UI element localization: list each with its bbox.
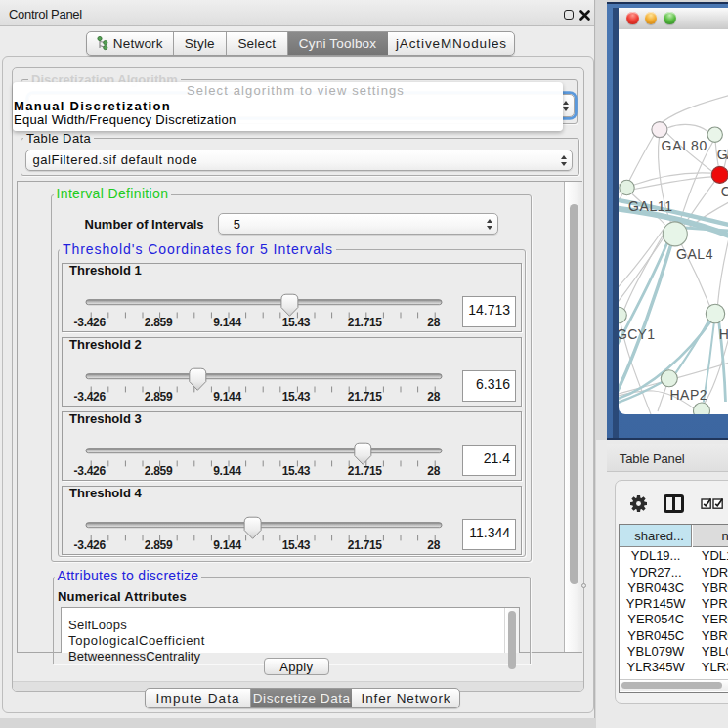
svg-text:HAP2: HAP2 [669,387,707,403]
svg-text:H: H [719,325,728,341]
svg-text:GAL4: GAL4 [676,246,713,262]
svg-text:GAL80: GAL80 [661,138,707,153]
svg-text:C: C [721,184,728,199]
svg-text:GAL11: GAL11 [628,197,672,213]
svg-text:GCY1: GCY1 [619,325,655,341]
svg-text:GA: GA [717,147,728,162]
